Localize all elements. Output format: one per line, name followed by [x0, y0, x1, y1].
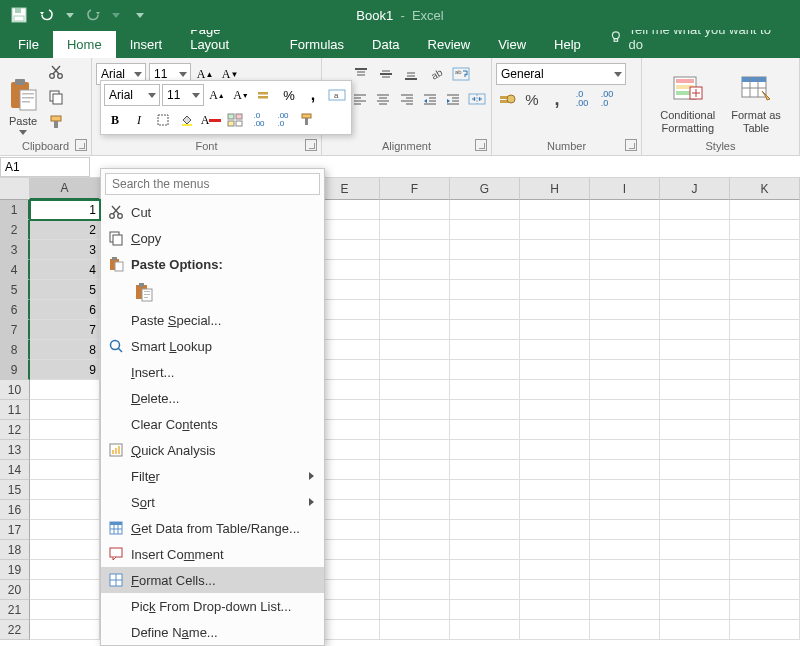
- merge-center-button[interactable]: [467, 88, 487, 110]
- save-icon[interactable]: [10, 6, 28, 24]
- cell-F18[interactable]: [380, 540, 450, 560]
- cell-K10[interactable]: [730, 380, 800, 400]
- cell-K3[interactable]: [730, 240, 800, 260]
- cell-K13[interactable]: [730, 440, 800, 460]
- cell-J5[interactable]: [660, 280, 730, 300]
- cell-H12[interactable]: [520, 420, 590, 440]
- cell-H22[interactable]: [520, 620, 590, 640]
- row-header-16[interactable]: 16: [0, 500, 30, 520]
- cell-J13[interactable]: [660, 440, 730, 460]
- cut-button[interactable]: [45, 61, 67, 83]
- cell-A2[interactable]: 2: [30, 220, 100, 240]
- cell-F22[interactable]: [380, 620, 450, 640]
- cell-A7[interactable]: 7: [30, 320, 100, 340]
- redo-icon[interactable]: [84, 6, 102, 24]
- cell-K14[interactable]: [730, 460, 800, 480]
- row-header-7[interactable]: 7: [0, 320, 30, 340]
- name-box[interactable]: A1: [0, 157, 90, 177]
- cell-G9[interactable]: [450, 360, 520, 380]
- cell-K17[interactable]: [730, 520, 800, 540]
- cell-A14[interactable]: [30, 460, 100, 480]
- cell-J7[interactable]: [660, 320, 730, 340]
- ctx-format-cells[interactable]: Format Cells...: [101, 567, 324, 593]
- cell-H20[interactable]: [520, 580, 590, 600]
- ctx-quick-analysis[interactable]: Quick Analysis: [101, 437, 324, 463]
- ctx-define-name[interactable]: Define Name...: [101, 619, 324, 645]
- cell-I18[interactable]: [590, 540, 660, 560]
- cell-F2[interactable]: [380, 220, 450, 240]
- row-header-1[interactable]: 1: [0, 200, 30, 220]
- mini-fill-color[interactable]: [176, 109, 198, 131]
- mini-borders[interactable]: [152, 109, 174, 131]
- cell-G21[interactable]: [450, 600, 520, 620]
- cell-A8[interactable]: 8: [30, 340, 100, 360]
- cell-A5[interactable]: 5: [30, 280, 100, 300]
- ctx-cut[interactable]: Cut: [101, 199, 324, 225]
- cell-K21[interactable]: [730, 600, 800, 620]
- cell-I2[interactable]: [590, 220, 660, 240]
- row-header-10[interactable]: 10: [0, 380, 30, 400]
- row-header-9[interactable]: 9: [0, 360, 30, 380]
- clipboard-dialog-launcher[interactable]: [75, 139, 87, 151]
- cell-A3[interactable]: 3: [30, 240, 100, 260]
- cell-I3[interactable]: [590, 240, 660, 260]
- paste-button[interactable]: Paste: [4, 61, 42, 137]
- cell-I21[interactable]: [590, 600, 660, 620]
- cell-H11[interactable]: [520, 400, 590, 420]
- align-right-button[interactable]: [397, 88, 417, 110]
- cell-J6[interactable]: [660, 300, 730, 320]
- cell-I19[interactable]: [590, 560, 660, 580]
- col-header-I[interactable]: I: [590, 178, 660, 200]
- cell-I9[interactable]: [590, 360, 660, 380]
- cell-A21[interactable]: [30, 600, 100, 620]
- mini-dec-decimal[interactable]: .00.0: [272, 109, 294, 131]
- row-header-20[interactable]: 20: [0, 580, 30, 600]
- cell-H19[interactable]: [520, 560, 590, 580]
- cell-G5[interactable]: [450, 280, 520, 300]
- cell-H6[interactable]: [520, 300, 590, 320]
- tab-help[interactable]: Help: [540, 31, 595, 58]
- cell-H17[interactable]: [520, 520, 590, 540]
- cell-A9[interactable]: 9: [30, 360, 100, 380]
- increase-decimal-button-2[interactable]: .0.00: [571, 88, 593, 110]
- row-header-4[interactable]: 4: [0, 260, 30, 280]
- conditional-formatting-button[interactable]: Conditional Formatting: [656, 61, 719, 137]
- row-header-8[interactable]: 8: [0, 340, 30, 360]
- cell-G16[interactable]: [450, 500, 520, 520]
- cell-I15[interactable]: [590, 480, 660, 500]
- cell-F10[interactable]: [380, 380, 450, 400]
- cell-J18[interactable]: [660, 540, 730, 560]
- cell-A1[interactable]: 1: [30, 200, 100, 220]
- cell-J17[interactable]: [660, 520, 730, 540]
- cell-F13[interactable]: [380, 440, 450, 460]
- qat-customize-icon[interactable]: [136, 13, 144, 18]
- row-header-11[interactable]: 11: [0, 400, 30, 420]
- redo-dropdown-icon[interactable]: [112, 13, 120, 18]
- ctx-get-data[interactable]: Get Data from Table/Range...: [101, 515, 324, 541]
- cell-K18[interactable]: [730, 540, 800, 560]
- cell-H4[interactable]: [520, 260, 590, 280]
- cell-J14[interactable]: [660, 460, 730, 480]
- font-dialog-launcher[interactable]: [305, 139, 317, 151]
- ctx-paste-special[interactable]: Paste Special...: [101, 307, 324, 333]
- ctx-pick-list[interactable]: Pick From Drop-down List...: [101, 593, 324, 619]
- align-bottom-button[interactable]: [400, 63, 422, 85]
- alignment-dialog-launcher[interactable]: [475, 139, 487, 151]
- tab-data[interactable]: Data: [358, 31, 413, 58]
- cell-A11[interactable]: [30, 400, 100, 420]
- cell-K19[interactable]: [730, 560, 800, 580]
- cell-G2[interactable]: [450, 220, 520, 240]
- cell-F3[interactable]: [380, 240, 450, 260]
- cell-J20[interactable]: [660, 580, 730, 600]
- undo-icon[interactable]: [38, 6, 56, 24]
- accounting-format-button[interactable]: [496, 88, 518, 110]
- cell-H15[interactable]: [520, 480, 590, 500]
- cell-K5[interactable]: [730, 280, 800, 300]
- cell-I22[interactable]: [590, 620, 660, 640]
- cell-G14[interactable]: [450, 460, 520, 480]
- mini-percent[interactable]: %: [278, 84, 300, 106]
- row-header-21[interactable]: 21: [0, 600, 30, 620]
- mini-accounting[interactable]: [254, 84, 276, 106]
- cell-A15[interactable]: [30, 480, 100, 500]
- cell-G6[interactable]: [450, 300, 520, 320]
